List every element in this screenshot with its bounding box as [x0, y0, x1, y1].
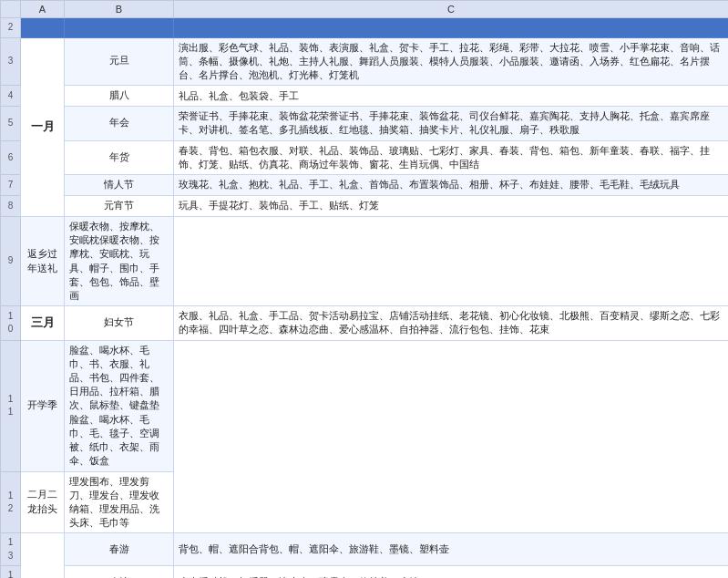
goods-cell: 背包、帽、遮阳合背包、帽、遮阳伞、旅游鞋、墨镜、塑料壶 — [174, 533, 729, 566]
goods-cell: 春装、背包、箱包衣服、对联、礼品、装饰品、玻璃贴、七彩灯、家具、春装、背包、箱包… — [174, 140, 729, 174]
table-row: 10三月妇女节衣服、礼品、礼盒、手工品、贺卡活动易拉宝、店铺活动挂纸、老花镜、初… — [1, 306, 729, 340]
festival-cell: 农忙 — [65, 566, 174, 578]
row-num-cell: 6 — [1, 140, 21, 174]
header-goods — [174, 18, 729, 38]
festival-cell: 开学季 — [21, 340, 65, 471]
row-num-cell: 10 — [1, 306, 21, 340]
goods-cell: 荣誉证书、手捧花束、装饰盆花荣誉证书、手捧花束、装饰盆花、司仪台鲜花、嘉宾陶花、… — [174, 107, 729, 140]
table-row: 5年会荣誉证书、手捧花束、装饰盆花荣誉证书、手捧花束、装饰盆花、司仪台鲜花、嘉宾… — [1, 107, 729, 140]
table-row: 13三月春游背包、帽、遮阳合背包、帽、遮阳伞、旅游鞋、墨镜、塑料壶 — [1, 533, 729, 566]
row-num-cell: 8 — [1, 195, 21, 216]
goods-cell: 衣服、礼品、礼盒、手工品、贺卡活动易拉宝、店铺活动挂纸、老花镜、初心化妆镜、北极… — [174, 306, 729, 340]
row-num-cell: 12 — [1, 471, 21, 533]
goods-cell: 玫瑰花、礼盒、抱枕、礼品、手工、礼盒、首饰品、布置装饰品、相册、杯子、布娃娃、腰… — [174, 174, 729, 195]
festival-cell: 腊八 — [65, 86, 174, 107]
month-cell: 一月 — [21, 37, 65, 216]
festival-cell: 年货 — [65, 140, 174, 174]
table-row: 11开学季脸盆、喝水杯、毛巾、书、衣服、礼品、书包、四件套、日用品、拉杆箱、腊次… — [1, 340, 729, 471]
table-row: 3一月元旦演出服、彩色气球、礼品、装饰、表演服、礼盒、贺卡、手工、拉花、彩绳、彩… — [1, 37, 729, 86]
festival-cell: 元宵节 — [65, 195, 174, 216]
table-row: 8元宵节玩具、手提花灯、装饰品、手工、贴纸、灯笼 — [1, 195, 729, 216]
goods-cell: 小麦播种机、打播器、浇水壶、喷雾壶、修枝剪、小铲 — [174, 566, 729, 578]
festival-cell: 二月二龙抬头 — [21, 471, 65, 533]
table-row: 12二月二龙抬头理发围布、理发剪刀、理发台、理发收纳箱、理发用品、洗头床、毛巾等 — [1, 471, 729, 533]
table-row: 14农忙小麦播种机、打播器、浇水壶、喷雾壶、修枝剪、小铲 — [1, 566, 729, 578]
row-num-cell: 7 — [1, 174, 21, 195]
goods-cell: 理发围布、理发剪刀、理发台、理发收纳箱、理发用品、洗头床、毛巾等 — [65, 471, 174, 533]
month-cell: 三月 — [21, 533, 65, 578]
goods-cell: 玩具、手提花灯、装饰品、手工、贴纸、灯笼 — [174, 195, 729, 216]
main-table: A B C 2 3一月元旦演出服、彩色气球、礼品、装饰、表演服、礼盒、贺卡、手工… — [0, 0, 728, 578]
header-row: 2 — [1, 18, 729, 38]
row-num-2: 2 — [1, 18, 21, 38]
header-month — [21, 18, 65, 38]
festival-cell: 元旦 — [65, 37, 174, 86]
header-festival — [65, 18, 174, 38]
row-num-cell: 9 — [1, 216, 21, 305]
table-row: 9返乡过年送礼保暖衣物、按摩枕、安眠枕保暖衣物、按摩枕、安眠枕、玩具、帽子、围巾… — [1, 216, 729, 305]
festival-cell: 返乡过年送礼 — [21, 216, 65, 305]
goods-cell: 脸盆、喝水杯、毛巾、书、衣服、礼品、书包、四件套、日用品、拉杆箱、腊次、鼠标垫、… — [65, 340, 174, 471]
table-row: 6年货春装、背包、箱包衣服、对联、礼品、装饰品、玻璃贴、七彩灯、家具、春装、背包… — [1, 140, 729, 174]
row-num-cell: 14 — [1, 566, 21, 578]
row-num-cell: 5 — [1, 107, 21, 140]
row-num-cell: 11 — [1, 340, 21, 471]
col-b-header: B — [65, 1, 174, 18]
festival-cell: 春游 — [65, 533, 174, 566]
goods-cell: 保暖衣物、按摩枕、安眠枕保暖衣物、按摩枕、安眠枕、玩具、帽子、围巾、手套、包包、… — [65, 216, 174, 305]
festival-cell: 年会 — [65, 107, 174, 140]
spreadsheet-container: A B C 2 3一月元旦演出服、彩色气球、礼品、装饰、表演服、礼盒、贺卡、手工… — [0, 0, 728, 578]
table-row: 4腊八礼品、礼盒、包装袋、手工 — [1, 86, 729, 107]
festival-cell: 情人节 — [65, 174, 174, 195]
table-row: 7情人节玫瑰花、礼盒、抱枕、礼品、手工、礼盒、首饰品、布置装饰品、相册、杯子、布… — [1, 174, 729, 195]
goods-cell: 演出服、彩色气球、礼品、装饰、表演服、礼盒、贺卡、手工、拉花、彩绳、彩带、大拉花… — [174, 37, 729, 86]
corner-header — [1, 1, 21, 18]
month-cell: 三月 — [21, 306, 65, 340]
row-num-cell: 4 — [1, 86, 21, 107]
col-c-header: C — [174, 1, 729, 18]
row-num-cell: 3 — [1, 37, 21, 86]
goods-cell: 礼品、礼盒、包装袋、手工 — [174, 86, 729, 107]
col-a-header: A — [21, 1, 65, 18]
festival-cell: 妇女节 — [65, 306, 174, 340]
col-letter-row: A B C — [1, 1, 729, 18]
row-num-cell: 13 — [1, 533, 21, 566]
